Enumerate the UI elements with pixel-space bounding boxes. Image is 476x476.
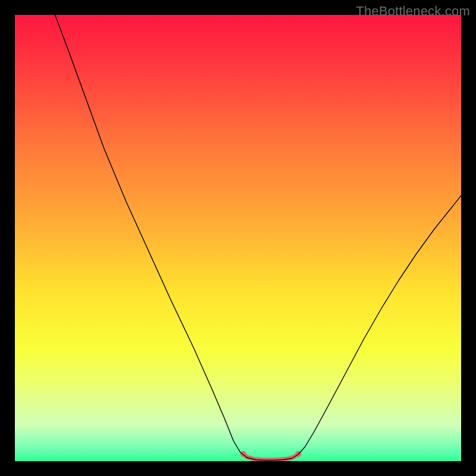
- plot-area: [15, 15, 461, 461]
- watermark-text: TheBottleneck.com: [356, 4, 470, 19]
- gradient-background: [15, 15, 461, 461]
- chart-svg: [15, 15, 461, 461]
